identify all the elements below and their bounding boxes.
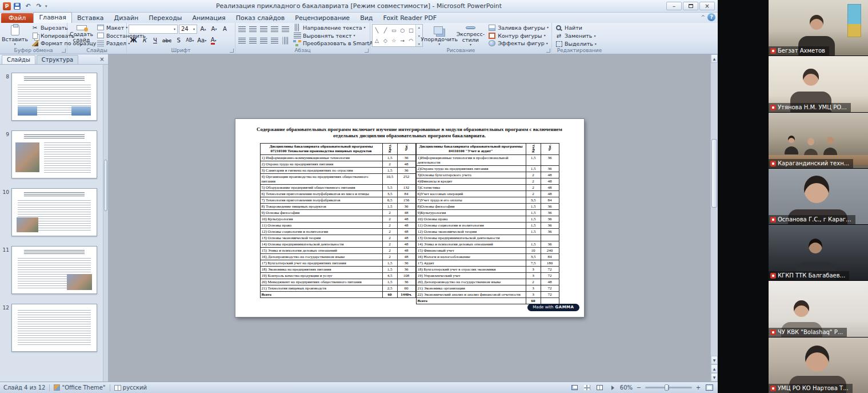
font-color-button[interactable]: А▾ — [209, 35, 218, 45]
shape-icon[interactable]: ▭ — [391, 27, 397, 33]
slide-sorter-button[interactable] — [582, 384, 592, 392]
shapes-gallery[interactable]: ╲╱▭○□△◇☆→◠ ▴ ▾ ▾ — [372, 24, 423, 47]
fit-to-window-button[interactable] — [705, 384, 714, 392]
slide-canvas[interactable]: Содержание образовательных программ вклю… — [235, 119, 584, 317]
minimize-ribbon-icon[interactable]: ^ — [701, 14, 705, 20]
close-button[interactable]: × — [699, 2, 715, 10]
ribbon-tab[interactable]: Анимация — [187, 13, 231, 23]
shape-icon[interactable]: ◇ — [383, 38, 387, 43]
minimize-button[interactable]: – — [666, 2, 682, 10]
tab-file[interactable]: Файл — [1, 13, 33, 23]
slide-thumbnail[interactable] — [11, 188, 97, 236]
participant-tile[interactable]: Утянова Н.М. УМЦ РО... — [769, 55, 868, 112]
shape-icon[interactable]: △ — [375, 38, 379, 43]
shape-icon[interactable]: ○ — [400, 27, 405, 33]
participant-tile[interactable]: ЧУ КВК "Bolashaq" Р... — [769, 280, 868, 336]
align-right-button[interactable] — [259, 35, 269, 45]
align-text-button[interactable]: Выровнять текст ▾ — [292, 32, 382, 39]
ribbon-tab[interactable]: Вставка — [72, 13, 109, 23]
participant-tile[interactable]: Карагандинский техн... — [769, 112, 868, 168]
italic-button[interactable]: К — [139, 35, 149, 45]
slide-thumbnail[interactable] — [11, 73, 97, 121]
help-icon[interactable]: ? — [707, 13, 715, 21]
panel-scrollbar[interactable] — [103, 65, 108, 382]
shape-icon[interactable]: □ — [409, 27, 414, 33]
participant-tile[interactable]: Оспанова Г.С., г Караг... — [769, 168, 868, 224]
save-button[interactable] — [13, 2, 22, 11]
shape-outline-button[interactable]: Контур фигуры ▾ — [487, 32, 550, 39]
shapes-gallery-scrollbar[interactable]: ▴ ▾ ▾ — [415, 25, 422, 46]
ribbon-tab[interactable]: Foxit Reader PDF — [378, 13, 442, 23]
zoom-slider[interactable] — [645, 387, 692, 388]
ribbon-tab[interactable]: Главная — [33, 12, 72, 23]
strikethrough-button[interactable]: abc — [161, 35, 173, 45]
participant-tile[interactable]: КГКП ТТК Балгабаев... — [769, 224, 868, 280]
normal-view-button[interactable] — [570, 384, 579, 392]
shape-icon[interactable]: ╱ — [384, 27, 387, 33]
scroll-down-button[interactable]: ▼ — [711, 356, 718, 364]
panel-scrollbar-thumb[interactable] — [104, 160, 107, 211]
participant-tile[interactable]: УМЦ РО КО Нартова Т... — [769, 337, 868, 393]
font-name-combo[interactable]: ▾ — [129, 25, 178, 34]
spell-check-icon[interactable] — [114, 385, 121, 391]
participant-tile[interactable]: Бегзат Ахметов — [769, 0, 868, 55]
dialog-launcher-icon[interactable] — [62, 49, 66, 53]
shape-icon[interactable]: ◠ — [409, 38, 413, 43]
scroll-up-button[interactable]: ▲ — [711, 54, 718, 63]
slide-thumbnail[interactable] — [11, 304, 97, 352]
quick-styles-button[interactable]: Экспресс-стили ▾ — [456, 24, 486, 47]
find-button[interactable]: Найти — [554, 24, 605, 31]
maximize-button[interactable] — [683, 2, 698, 10]
shape-icon[interactable]: ☆ — [391, 38, 396, 43]
character-spacing-button[interactable]: АВ▾ — [185, 35, 195, 45]
indent-decrease-button[interactable] — [259, 24, 269, 34]
ribbon-tab[interactable]: Вид — [355, 13, 378, 23]
undo-button[interactable]: ↶ — [23, 2, 33, 11]
bold-button[interactable]: Ж — [129, 35, 138, 45]
slide-thumbnail[interactable] — [11, 246, 97, 294]
gallery-scroll-down-icon[interactable]: ▾ — [418, 34, 420, 38]
line-spacing-button[interactable] — [281, 24, 290, 34]
replace-button[interactable]: ⇄ Заменить ▾ — [554, 32, 605, 39]
arrange-button[interactable]: Упорядочить ▾ — [425, 24, 454, 47]
next-slide-button[interactable]: ▼ — [711, 373, 718, 382]
bullets-button[interactable] — [237, 24, 247, 34]
gallery-scroll-up-icon[interactable]: ▴ — [418, 25, 420, 29]
grow-font-button[interactable]: А▴ — [198, 24, 208, 34]
clear-formatting-button[interactable]: А — [220, 24, 230, 34]
close-panel-icon[interactable]: × — [98, 56, 106, 62]
dialog-launcher-icon[interactable] — [546, 49, 550, 53]
slide-editor[interactable]: Содержание образовательных программ вклю… — [109, 54, 710, 382]
gallery-more-icon[interactable]: ▾ — [418, 42, 420, 46]
scrollbar-track[interactable] — [711, 63, 718, 356]
new-slide-button[interactable]: Создать слайд ▾ — [69, 24, 94, 47]
change-case-button[interactable]: Аа▾ — [196, 35, 207, 45]
previous-slide-button[interactable]: ▲ — [711, 364, 718, 373]
indent-increase-button[interactable] — [270, 24, 279, 34]
zoom-out-button[interactable]: − — [635, 384, 642, 391]
slide-thumbnail[interactable] — [11, 130, 97, 178]
language-indicator[interactable]: русский — [123, 384, 147, 391]
qat-customize-icon[interactable]: ▾ — [45, 4, 47, 9]
ribbon-tab[interactable]: Рецензирование — [290, 13, 355, 23]
shape-effects-button[interactable]: Эффекты фигур ▾ — [487, 39, 550, 47]
shape-icon[interactable]: ╲ — [375, 27, 378, 33]
ribbon-tab[interactable]: Переходы — [143, 13, 187, 23]
font-size-combo[interactable]: 24 ▾ — [179, 25, 197, 34]
zoom-in-button[interactable]: + — [695, 384, 702, 391]
ribbon-tab[interactable]: Показ слайдов — [231, 13, 290, 23]
convert-to-smartart-button[interactable]: Преобразовать в SmartArt ▾ — [292, 39, 382, 47]
paste-button[interactable]: Вставить ▾ — [2, 24, 28, 47]
align-center-button[interactable] — [248, 35, 258, 45]
shape-icon[interactable]: → — [400, 38, 405, 43]
reading-view-button[interactable] — [595, 384, 605, 392]
columns-button[interactable] — [281, 35, 290, 45]
tab-outline[interactable]: Структура — [37, 55, 78, 64]
zoom-slider-thumb[interactable] — [665, 384, 669, 391]
shape-fill-button[interactable]: Заливка фигуры ▾ — [487, 24, 550, 31]
text-direction-button[interactable]: Направление текста ▾ — [292, 24, 382, 31]
scrollbar-thumb[interactable] — [711, 139, 717, 208]
justify-button[interactable] — [270, 35, 279, 45]
ribbon-tab[interactable]: Дизайн — [109, 13, 144, 23]
tab-slides[interactable]: Слайды — [2, 55, 35, 64]
